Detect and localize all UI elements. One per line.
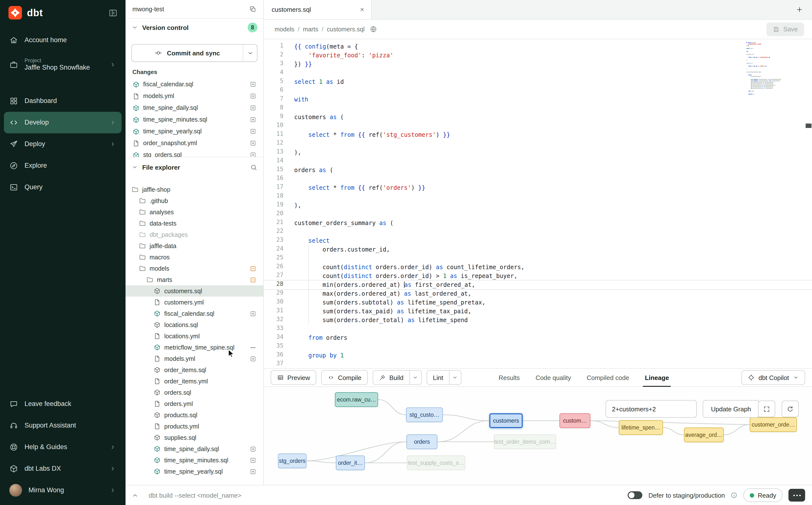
file-analyses[interactable]: analyses — [126, 206, 263, 218]
file-order-items-yml[interactable]: order_items.yml — [126, 375, 263, 387]
more-options-button[interactable] — [789, 489, 805, 502]
sidebar-item-develop[interactable]: Develop — [4, 112, 122, 133]
lineage-node-customer-orde[interactable]: customer_orde… — [750, 417, 797, 432]
sidebar-item-dbt-labs-dx[interactable]: dbt Labs DX — [4, 458, 122, 480]
file-supplies-sql[interactable]: supplies.sql — [126, 432, 263, 443]
commit-options-button[interactable] — [243, 45, 257, 61]
file-metricflow-time-spine-sql[interactable]: metricflow_time_spine.sql — [126, 342, 263, 353]
file-models-yml[interactable]: models.yml — [126, 353, 263, 364]
build-options-button[interactable] — [410, 370, 422, 385]
lineage-node-average[interactable]: average_ord… — [684, 428, 724, 442]
file-data-tests[interactable]: data-tests — [126, 218, 263, 229]
fullscreen-icon[interactable] — [758, 400, 775, 417]
lineage-node-orders[interactable]: orders — [407, 435, 437, 449]
dbt-copilot-button[interactable]: dbt Copilot — [742, 370, 805, 385]
file-time-spine-yearly-sql[interactable]: time_spine_yearly.sql — [126, 466, 263, 477]
sidebar-item-help-guides[interactable]: Help & Guides — [4, 436, 122, 458]
changed-file-models-yml[interactable]: models.yml — [126, 90, 263, 102]
command-placeholder[interactable]: dbt build --select <model_name> — [149, 492, 241, 499]
branch-name[interactable]: mwong-test — [132, 6, 249, 12]
version-control-header[interactable]: Version control 8 — [126, 19, 263, 36]
file-customers-sql[interactable]: customers.sql — [126, 285, 263, 297]
lineage-node-customers[interactable]: customers — [489, 413, 523, 428]
compile-button[interactable]: Compile — [321, 370, 368, 385]
sidebar-item-jaffle-shop-snowflake[interactable]: ProjectJaffle Shop Snowflake — [4, 51, 122, 78]
info-icon[interactable] — [731, 492, 738, 499]
file-time-spine-minutes-sql[interactable]: time_spine_minutes.sql — [126, 455, 263, 466]
defer-toggle[interactable] — [628, 491, 643, 499]
changed-file-stg-orders-sql[interactable]: stg_orders.sql — [126, 149, 263, 157]
changed-file-time-spine-daily-sql[interactable]: time_spine_daily.sql — [126, 102, 263, 114]
sidebar-item-support-assistant[interactable]: Support Assistant — [4, 415, 122, 436]
tab-customers-sql[interactable]: customers.sql — [264, 0, 372, 19]
copy-branch-icon[interactable] — [249, 5, 257, 13]
file-dbt-packages[interactable]: dbt_packages — [126, 229, 263, 240]
editor-minimap[interactable] — [746, 42, 791, 97]
file-orders-sql[interactable]: orders.sql — [126, 387, 263, 398]
file-orders-yml[interactable]: orders.yml — [126, 398, 263, 409]
lint-button[interactable]: Lint — [427, 370, 450, 385]
changed-file-time-spine-yearly-sql[interactable]: time_spine_yearly.sql — [126, 126, 263, 137]
breadcrumb-marts[interactable]: marts — [303, 26, 318, 33]
changed-file-order-snapshot-yml[interactable]: order_snapshot.yml — [126, 137, 263, 149]
file-order-items-sql[interactable]: order_items.sql — [126, 364, 263, 375]
file-locations-sql[interactable]: locations.sql — [126, 319, 263, 330]
lint-options-button[interactable] — [450, 370, 461, 385]
file-jaffle-data[interactable]: jaffle-data — [126, 240, 263, 251]
lineage-node-order-it[interactable]: order_it… — [336, 456, 365, 470]
changed-file-time-spine-minutes-sql[interactable]: time_spine_minutes.sql — [126, 114, 263, 126]
changed-file-fiscal-calendar-sql[interactable]: fiscal_calendar.sql — [126, 78, 263, 90]
file-time-spine-daily-sql[interactable]: time_spine_daily.sql — [126, 443, 263, 455]
update-graph-button[interactable]: Update Graph — [703, 400, 759, 418]
lineage-node-test-order[interactable]: test_order_items_com… — [494, 435, 556, 449]
sidebar-item-query[interactable]: Query — [4, 176, 122, 198]
collapse-sidebar-icon[interactable] — [108, 8, 118, 17]
lineage-node-stg-custo[interactable]: stg_custo… — [406, 407, 443, 422]
commit-and-sync-button[interactable]: Commit and sync — [132, 45, 243, 61]
sidebar-item-leave-feedback[interactable]: Leave feedback — [4, 393, 122, 415]
save-button[interactable]: Save — [767, 22, 804, 36]
close-tab-icon[interactable] — [359, 6, 365, 13]
sidebar-item-dashboard[interactable]: Dashboard — [4, 90, 122, 112]
sidebar-item-mirna-wong[interactable]: Mirna Wong — [4, 480, 122, 501]
sidebar-item-account-home[interactable]: Account home — [4, 29, 122, 51]
file-models[interactable]: models — [126, 263, 263, 274]
preview-button[interactable]: Preview — [271, 370, 317, 385]
lineage-node-lifetime[interactable]: lifetime_spen… — [619, 420, 663, 435]
lineage-selector-input[interactable] — [606, 400, 697, 418]
lineage-node-test-supply[interactable]: test_supply_costs_s… — [407, 456, 465, 470]
new-tab-icon[interactable] — [796, 6, 803, 13]
file-jaffle-shop[interactable]: jaffle-shop — [126, 184, 263, 195]
code-line: select * from {{ ref('stg_customers') }} — [294, 130, 743, 139]
sidebar-item-explore[interactable]: Explore — [4, 155, 122, 176]
build-button[interactable]: Build — [373, 370, 410, 385]
code-editor[interactable]: 1234567891011121314151617181920212223242… — [264, 39, 812, 368]
panel-tab-results[interactable]: Results — [491, 368, 528, 387]
plusbox-icon — [250, 128, 257, 135]
file-explorer-header[interactable]: File explorer — [126, 157, 263, 177]
lineage-node-stg-orders[interactable]: stg_orders — [278, 454, 306, 468]
folder-icon — [139, 220, 146, 227]
editor-scrollbar-thumb[interactable] — [806, 124, 812, 128]
lineage-panel[interactable]: stg_ordersecom.raw_cu…order_it…stg_custo… — [264, 387, 812, 485]
sidebar-item-deploy[interactable]: Deploy — [4, 133, 122, 155]
docs-sphere-icon[interactable] — [369, 25, 377, 33]
file-fiscal-calendar-sql[interactable]: fiscal_calendar.sql — [126, 308, 263, 319]
breadcrumb-models[interactable]: models — [275, 26, 295, 33]
ide-status-ready[interactable]: Ready — [744, 488, 783, 502]
search-icon[interactable] — [250, 164, 258, 171]
file-products-yml[interactable]: products.yml — [126, 421, 263, 432]
file-macros[interactable]: macros — [126, 251, 263, 263]
lineage-node-ecom-raw[interactable]: ecom.raw_cu… — [335, 392, 378, 407]
panel-tab-compiled-code[interactable]: Compiled code — [579, 368, 637, 387]
file-github[interactable]: .github — [126, 195, 263, 206]
expand-command-bar-icon[interactable] — [131, 492, 139, 499]
file-products-sql[interactable]: products.sql — [126, 409, 263, 421]
file-locations-yml[interactable]: locations.yml — [126, 330, 263, 342]
file-marts[interactable]: marts — [126, 274, 263, 285]
refresh-icon[interactable] — [782, 400, 799, 417]
lineage-node-custom[interactable]: custom… — [559, 413, 590, 428]
panel-tab-code-quality[interactable]: Code quality — [528, 368, 579, 387]
panel-tab-lineage[interactable]: Lineage — [637, 368, 677, 387]
file-customers-yml[interactable]: customers.yml — [126, 297, 263, 308]
